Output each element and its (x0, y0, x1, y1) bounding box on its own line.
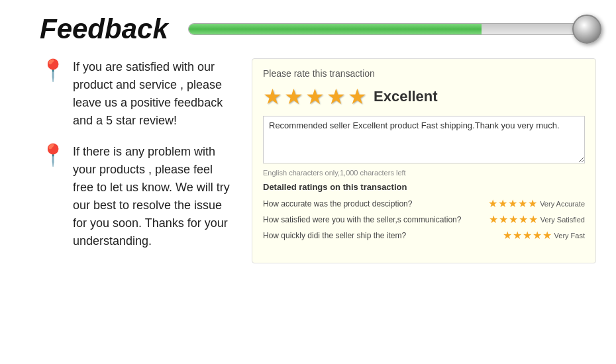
detail-stars-2[interactable]: ★ ★ ★ ★ ★ (489, 213, 538, 226)
detail-question-3: How quickly didi the seller ship the ite… (263, 231, 406, 240)
pin-icon-2: 📍 (40, 144, 66, 165)
ds1-1[interactable]: ★ (488, 197, 497, 210)
ds1-4[interactable]: ★ (518, 197, 527, 210)
detail-question-2: How satisfied were you with the seller,s… (263, 215, 461, 224)
detail-stars-3[interactable]: ★ ★ ★ ★ ★ (503, 229, 552, 242)
detail-rating-3[interactable]: ★ ★ ★ ★ ★ Very Fast (503, 229, 585, 242)
detail-label-3: Very Fast (554, 232, 585, 240)
left-panel: 📍 If you are satisfied with our product … (40, 58, 232, 263)
char-limit: English characters only,1,000 characters… (263, 169, 585, 177)
ds3-4[interactable]: ★ (533, 229, 542, 242)
info-block-2: 📍 If there is any problem with your prod… (40, 143, 232, 250)
info-block-1: 📍 If you are satisfied with our product … (40, 58, 232, 130)
slider-thumb[interactable] (572, 15, 601, 44)
ds1-5[interactable]: ★ (528, 197, 537, 210)
detail-row-2: How satisfied were you with the seller,s… (263, 213, 585, 226)
ds3-3[interactable]: ★ (523, 229, 532, 242)
slider-container[interactable] (188, 17, 596, 41)
stars-large[interactable]: ★ ★ ★ ★ ★ (263, 84, 367, 109)
detail-question-1: How accurate was the product desciption? (263, 199, 412, 208)
ds2-2[interactable]: ★ (499, 213, 508, 226)
detail-stars-1[interactable]: ★ ★ ★ ★ ★ (488, 197, 537, 210)
review-textarea[interactable] (263, 116, 585, 163)
slider-fill (189, 24, 482, 34)
rate-label: Please rate this transaction (263, 68, 585, 79)
star-4[interactable]: ★ (327, 84, 346, 109)
star-3[interactable]: ★ (305, 84, 325, 109)
ds1-2[interactable]: ★ (498, 197, 507, 210)
detail-row-1: How accurate was the product desciption?… (263, 197, 585, 210)
ds2-3[interactable]: ★ (509, 213, 518, 226)
ds3-1[interactable]: ★ (503, 229, 512, 242)
ds2-5[interactable]: ★ (529, 213, 538, 226)
pin-icon-1: 📍 (40, 60, 66, 81)
slider-track (188, 23, 596, 35)
main-content: 📍 If you are satisfied with our product … (0, 52, 616, 270)
detail-rating-2[interactable]: ★ ★ ★ ★ ★ Very Satisfied (489, 213, 585, 226)
ds1-3[interactable]: ★ (508, 197, 517, 210)
ds3-5[interactable]: ★ (542, 229, 552, 242)
rating-row: ★ ★ ★ ★ ★ Excellent (263, 84, 585, 109)
page-title: Feedback (40, 13, 168, 45)
star-2[interactable]: ★ (284, 84, 303, 109)
ds2-1[interactable]: ★ (489, 213, 498, 226)
header: Feedback (0, 0, 616, 52)
ds3-2[interactable]: ★ (513, 229, 522, 242)
detailed-title: Detailed ratings on this transaction (263, 182, 585, 192)
star-1[interactable]: ★ (263, 84, 282, 109)
detail-label-2: Very Satisfied (540, 216, 585, 224)
info-text-2: If there is any problem with your produc… (73, 143, 232, 250)
ds2-4[interactable]: ★ (519, 213, 528, 226)
detail-label-1: Very Accurate (540, 200, 585, 208)
rating-text: Excellent (374, 88, 438, 105)
detail-rating-1[interactable]: ★ ★ ★ ★ ★ Very Accurate (488, 197, 585, 210)
star-5[interactable]: ★ (348, 84, 367, 109)
info-text-1: If you are satisfied with our product an… (73, 58, 232, 130)
feedback-form: Please rate this transaction ★ ★ ★ ★ ★ E… (252, 58, 596, 263)
detail-row-3: How quickly didi the seller ship the ite… (263, 229, 585, 242)
